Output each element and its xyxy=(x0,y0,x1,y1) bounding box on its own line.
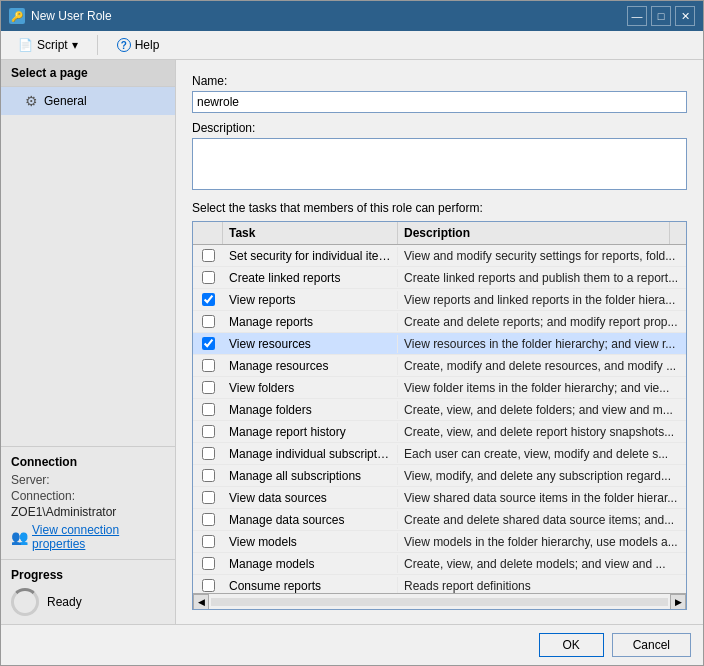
checkbox-cell xyxy=(193,357,223,374)
connection-title: Connection xyxy=(11,455,165,469)
name-label: Name: xyxy=(192,74,687,88)
sidebar-progress: Progress Ready xyxy=(1,559,175,624)
task-description-cell: Create linked reports and publish them t… xyxy=(398,269,686,287)
table-row: Set security for individual itemsView an… xyxy=(193,245,686,267)
help-icon: ? xyxy=(117,38,131,52)
sidebar: Select a page ⚙ General Connection Serve… xyxy=(1,60,176,624)
connection-label: Connection: xyxy=(11,489,75,503)
task-name-cell: View resources xyxy=(223,335,398,353)
task-checkbox[interactable] xyxy=(202,403,215,416)
task-description-cell: Create, view, and delete folders; and vi… xyxy=(398,401,686,419)
checkbox-cell xyxy=(193,511,223,528)
checkbox-cell xyxy=(193,335,223,352)
checkbox-cell xyxy=(193,379,223,396)
task-checkbox[interactable] xyxy=(202,513,215,526)
description-form-row: Description: xyxy=(192,121,687,193)
view-connection-properties-link[interactable]: View connection properties xyxy=(32,523,165,551)
task-description-cell: View and modify security settings for re… xyxy=(398,247,686,265)
checkbox-cell xyxy=(193,269,223,286)
checkbox-cell xyxy=(193,445,223,462)
task-name-cell: Manage models xyxy=(223,555,398,573)
task-name-cell: Manage reports xyxy=(223,313,398,331)
script-icon: 📄 xyxy=(18,38,33,52)
task-description-cell: View, modify, and delete any subscriptio… xyxy=(398,467,686,485)
task-name-cell: View data sources xyxy=(223,489,398,507)
task-description-cell: Create, view, and delete models; and vie… xyxy=(398,555,686,573)
task-name-cell: Manage resources xyxy=(223,357,398,375)
table-row: Manage resourcesCreate, modify and delet… xyxy=(193,355,686,377)
task-checkbox[interactable] xyxy=(202,381,215,394)
checkbox-cell xyxy=(193,533,223,550)
progress-spinner xyxy=(11,588,39,616)
checkbox-cell xyxy=(193,577,223,593)
table-row: Manage individual subscriptionsEach user… xyxy=(193,443,686,465)
task-checkbox[interactable] xyxy=(202,271,215,284)
table-row: Manage all subscriptionsView, modify, an… xyxy=(193,465,686,487)
checkbox-cell xyxy=(193,489,223,506)
task-checkbox[interactable] xyxy=(202,469,215,482)
table-row: View modelsView models in the folder hie… xyxy=(193,531,686,553)
progress-status: Ready xyxy=(47,595,82,609)
checkbox-cell xyxy=(193,401,223,418)
task-checkbox[interactable] xyxy=(202,535,215,548)
name-input[interactable] xyxy=(192,91,687,113)
task-checkbox[interactable] xyxy=(202,337,215,350)
task-description-cell: Create, modify and delete resources, and… xyxy=(398,357,686,375)
scroll-track[interactable] xyxy=(211,598,668,606)
connection-row: Connection: xyxy=(11,489,165,503)
task-name-cell: Manage all subscriptions xyxy=(223,467,398,485)
window: 🔑 New User Role — □ ✕ 📄 Script ▾ ? Help … xyxy=(0,0,704,666)
task-checkbox[interactable] xyxy=(202,359,215,372)
checkbox-cell xyxy=(193,291,223,308)
maximize-button[interactable]: □ xyxy=(651,6,671,26)
title-bar: 🔑 New User Role — □ ✕ xyxy=(1,1,703,31)
task-checkbox[interactable] xyxy=(202,447,215,460)
horizontal-scrollbar[interactable]: ◀ ▶ xyxy=(193,593,686,609)
checkbox-cell xyxy=(193,467,223,484)
ok-button[interactable]: OK xyxy=(539,633,604,657)
header-description-col: Description xyxy=(398,222,670,244)
window-icon: 🔑 xyxy=(9,8,25,24)
task-checkbox[interactable] xyxy=(202,249,215,262)
header-checkbox-col xyxy=(193,222,223,244)
scroll-right-button[interactable]: ▶ xyxy=(670,594,686,610)
table-row: Manage report historyCreate, view, and d… xyxy=(193,421,686,443)
table-row: Create linked reportsCreate linked repor… xyxy=(193,267,686,289)
task-checkbox[interactable] xyxy=(202,491,215,504)
task-description-cell: Each user can create, view, modify and d… xyxy=(398,445,686,463)
task-name-cell: Create linked reports xyxy=(223,269,398,287)
task-description-cell: Create and delete shared data source ite… xyxy=(398,511,686,529)
task-checkbox[interactable] xyxy=(202,293,215,306)
table-row: Manage modelsCreate, view, and delete mo… xyxy=(193,553,686,575)
sidebar-connection: Connection Server: Connection: ZOE1\Admi… xyxy=(1,446,175,559)
help-button[interactable]: ? Help xyxy=(110,35,167,55)
task-checkbox[interactable] xyxy=(202,425,215,438)
task-checkbox[interactable] xyxy=(202,557,215,570)
checkbox-cell xyxy=(193,247,223,264)
header-task-col: Task xyxy=(223,222,398,244)
description-label: Description: xyxy=(192,121,687,135)
tasks-table-header: Task Description xyxy=(193,222,686,245)
name-form-row: Name: xyxy=(192,74,687,113)
checkbox-cell xyxy=(193,555,223,572)
script-button[interactable]: 📄 Script ▾ xyxy=(11,35,85,55)
script-label: Script xyxy=(37,38,68,52)
progress-row: Ready xyxy=(11,588,165,616)
task-description-cell: View models in the folder hierarchy, use… xyxy=(398,533,686,551)
task-checkbox[interactable] xyxy=(202,315,215,328)
task-name-cell: View folders xyxy=(223,379,398,397)
description-input[interactable] xyxy=(192,138,687,190)
task-checkbox[interactable] xyxy=(202,579,215,592)
close-button[interactable]: ✕ xyxy=(675,6,695,26)
scroll-left-button[interactable]: ◀ xyxy=(193,594,209,610)
sidebar-item-general[interactable]: ⚙ General xyxy=(1,87,175,115)
table-row: View foldersView folder items in the fol… xyxy=(193,377,686,399)
cancel-button[interactable]: Cancel xyxy=(612,633,691,657)
task-description-cell: View resources in the folder hierarchy; … xyxy=(398,335,686,353)
minimize-button[interactable]: — xyxy=(627,6,647,26)
task-name-cell: View models xyxy=(223,533,398,551)
gear-icon: ⚙ xyxy=(25,93,38,109)
connection-value-row: ZOE1\Administrator xyxy=(11,505,165,519)
table-row: Manage reportsCreate and delete reports;… xyxy=(193,311,686,333)
task-description-cell: Reads report definitions xyxy=(398,577,686,594)
